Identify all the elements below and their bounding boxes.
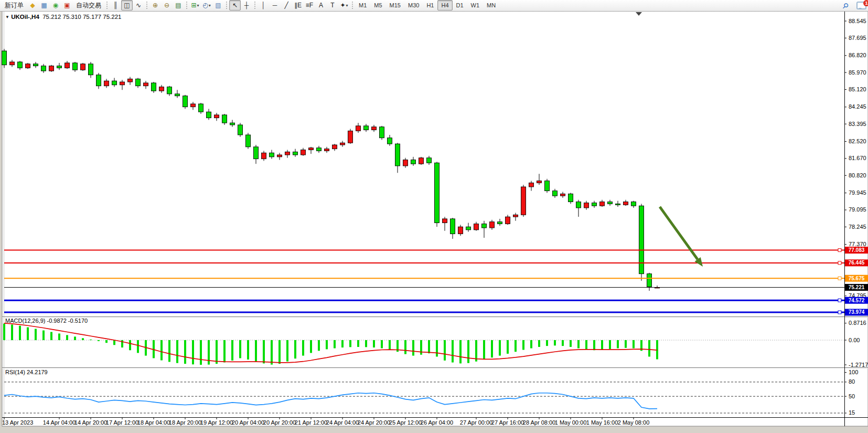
macd-histogram-bar xyxy=(459,340,462,363)
candle xyxy=(159,87,164,91)
candle xyxy=(10,62,15,65)
timeframe-m1[interactable]: M1 xyxy=(355,0,370,10)
profiles-clock-icon[interactable]: ◴▾ xyxy=(201,0,212,10)
macd-histogram-bar xyxy=(35,329,37,340)
zoom-out-icon[interactable]: ⊖ xyxy=(161,0,173,10)
auto-trading-icon[interactable]: ▣ xyxy=(61,0,73,10)
macd-histogram-bar xyxy=(436,340,438,356)
timeframe-m30[interactable]: M30 xyxy=(404,0,423,10)
symbol-dropdown-icon[interactable]: ▼ xyxy=(5,15,9,19)
time-axis-label: 19 Apr 12:00 xyxy=(200,419,233,426)
dropdown-caret-icon[interactable]: ▾ xyxy=(346,3,348,8)
macd-indicator-label: MACD(12,26,9) -0.9872 -0.5170 xyxy=(5,318,88,324)
chart-cube-icon[interactable]: ◆ xyxy=(27,0,38,10)
candle xyxy=(419,158,424,164)
macd-histogram-bar xyxy=(617,340,619,348)
toolbar-separator xyxy=(352,2,353,9)
toolbar-separator xyxy=(106,2,108,9)
mt4-application-window: { "toolbar": { "items": [ {"k":"button",… xyxy=(0,0,868,433)
time-axis-label: 26 Apr 04:00 xyxy=(421,419,453,426)
dropdown-caret-icon[interactable]: ▾ xyxy=(197,3,199,8)
text-icon[interactable]: A xyxy=(315,0,327,10)
macd-histogram-bar xyxy=(365,340,367,347)
new-chart-icon[interactable]: ⊞▾ xyxy=(189,0,201,10)
candle xyxy=(631,202,636,206)
price-axis-tick-label: 81.670 xyxy=(849,155,866,161)
candle xyxy=(18,62,23,68)
candle xyxy=(458,227,463,234)
dropdown-caret-icon[interactable]: ▾ xyxy=(209,3,211,8)
candle xyxy=(65,63,70,68)
time-axis-label: 20 Apr 04:00 xyxy=(232,419,264,426)
time-axis-label: 20 Apr 20:00 xyxy=(263,419,296,426)
timeframe-h4[interactable]: H4 xyxy=(437,0,452,10)
profile-window-icon[interactable]: ▦ xyxy=(38,0,50,10)
new-order-button[interactable]: 新订单 xyxy=(2,1,27,11)
candlestick-chart-icon[interactable]: ◫ xyxy=(121,0,133,10)
macd-histogram-bar xyxy=(184,340,186,364)
fibonacci-icon[interactable]: ≡F xyxy=(304,0,315,10)
search-icon[interactable]: ⚲ xyxy=(840,1,851,11)
timeframe-mn[interactable]: MN xyxy=(483,0,499,10)
tile-windows-icon[interactable]: ▤ xyxy=(173,0,184,10)
timeframe-m15[interactable]: M15 xyxy=(386,0,404,10)
candle xyxy=(199,104,203,112)
toolbar-separator xyxy=(254,2,255,9)
macd-histogram-bar xyxy=(278,340,281,364)
trendline-icon[interactable]: ╱ xyxy=(281,0,292,10)
candle xyxy=(521,187,526,215)
bar-chart-icon[interactable]: ║ xyxy=(110,0,121,10)
price-axis-tick-label: 77.370 xyxy=(849,241,866,247)
equidistant-channel-icon[interactable]: ∥E xyxy=(292,0,304,10)
macd-histogram-bar xyxy=(223,340,226,363)
arrows-objects-icon[interactable]: ✦▾ xyxy=(338,0,350,10)
zoom-in-icon[interactable]: ⊕ xyxy=(149,0,161,10)
macd-histogram-bar xyxy=(601,340,603,350)
time-axis-label: 18 Apr 04:00 xyxy=(137,419,170,426)
timeframe-h1[interactable]: H1 xyxy=(423,0,437,10)
candle xyxy=(230,123,235,125)
candle xyxy=(26,64,30,68)
chart-template-icon[interactable]: ▧ xyxy=(212,0,224,10)
crosshair-icon[interactable]: ┼ xyxy=(241,0,252,10)
macd-histogram-bar xyxy=(357,340,359,347)
price-axis-tick-label: 79.095 xyxy=(849,206,866,213)
line-handle[interactable] xyxy=(838,249,841,252)
cursor-icon[interactable]: ↖ xyxy=(229,0,241,10)
price-tag-label: 77.083 xyxy=(849,247,865,253)
time-axis-label: 1 May 00:00 xyxy=(555,419,587,426)
line-handle[interactable] xyxy=(838,299,841,302)
toolbar-right-group: ⚲ 1 xyxy=(840,0,866,11)
candle xyxy=(356,126,361,131)
price-axis-tick-label: 86.820 xyxy=(849,52,866,58)
time-axis-label: 14 Apr 04:00 xyxy=(43,419,76,426)
macd-histogram-bar xyxy=(58,333,60,340)
candle xyxy=(285,152,290,155)
macd-histogram-bar xyxy=(105,340,108,343)
chart-ohlc-values: 75.212 75.310 75.177 75.221 xyxy=(42,14,121,20)
auto-trading-button[interactable]: 自动交易 xyxy=(73,1,104,11)
line-handle[interactable] xyxy=(838,261,841,265)
line-chart-icon[interactable]: ∿ xyxy=(133,0,144,10)
macd-histogram-bar xyxy=(349,340,351,347)
price-axis-tick-label: 78.245 xyxy=(849,224,866,230)
candle xyxy=(647,274,652,287)
rsi-indicator-label: RSI(14) 24.2179 xyxy=(5,369,48,375)
horizontal-line-icon[interactable]: ─ xyxy=(269,0,281,10)
macd-histogram-bar xyxy=(585,340,587,350)
timeframe-d1[interactable]: D1 xyxy=(453,0,467,10)
candle xyxy=(2,51,7,65)
line-handle[interactable] xyxy=(838,277,841,280)
text-label-icon[interactable]: T xyxy=(327,0,338,10)
timeframe-m5[interactable]: M5 xyxy=(370,0,385,10)
notifications-chat-icon[interactable]: 1 xyxy=(856,2,866,9)
vertical-line-icon[interactable]: │ xyxy=(258,0,269,10)
signal-broadcast-icon[interactable]: ◉ xyxy=(50,0,61,10)
line-handle[interactable] xyxy=(838,311,841,314)
timeframe-w1[interactable]: W1 xyxy=(467,0,484,10)
candle xyxy=(616,204,620,205)
macd-histogram-bar xyxy=(98,340,100,341)
candle xyxy=(435,163,440,223)
candle xyxy=(576,202,581,208)
macd-histogram-bar xyxy=(3,324,5,340)
